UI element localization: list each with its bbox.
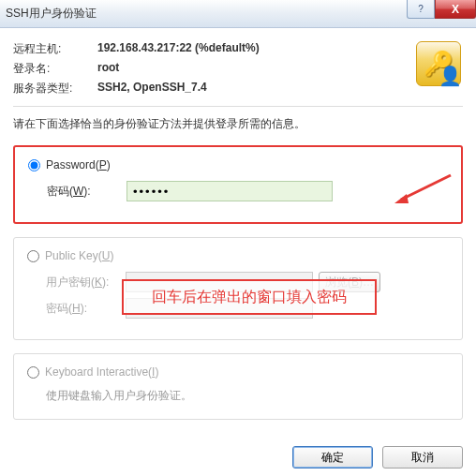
dialog-content: 远程主机:192.168.43.217:22 (%default%) 登录名:r… [0, 28, 476, 442]
separator [13, 106, 463, 107]
password-input[interactable] [126, 181, 333, 201]
pubkey-radio-label: Public Key(U) [45, 249, 113, 262]
instruction-text: 请在下面选择恰当的身份验证方法并提供登录所需的信息。 [13, 116, 463, 132]
host-value: 192.168.43.217:22 (%default%) [97, 41, 260, 57]
pubkey-pass-label: 密码(H): [46, 301, 126, 317]
login-value: root [97, 61, 119, 77]
key-icon: 🔑 [416, 41, 461, 86]
window-title: SSH用户身份验证 [6, 6, 470, 22]
title-bar: SSH用户身份验证 ? X [0, 0, 476, 28]
server-label: 服务器类型: [13, 81, 97, 97]
server-value: SSH2, OpenSSH_7.4 [97, 81, 207, 97]
password-radio[interactable] [28, 159, 40, 171]
dialog-footer: 确定 取消 [292, 446, 463, 469]
cancel-button[interactable]: 取消 [382, 446, 463, 469]
help-button[interactable]: ? [407, 0, 435, 19]
password-radio-label: Password(P) [46, 158, 111, 171]
host-label: 远程主机: [13, 41, 97, 57]
login-label: 登录名: [13, 61, 97, 77]
annotation-box: 回车后在弹出的窗口填入密码 [122, 279, 377, 315]
kbi-radio[interactable] [27, 366, 39, 379]
window-buttons: ? X [407, 0, 476, 19]
kbi-desc: 使用键盘输入用户身份验证。 [46, 388, 449, 404]
kbi-radio-label: Keyboard Interactive(I) [45, 365, 158, 379]
ok-button[interactable]: 确定 [292, 446, 373, 469]
pubkey-radio[interactable] [27, 250, 39, 262]
close-button[interactable]: X [435, 0, 476, 19]
arrow-annotation [390, 173, 455, 211]
userkey-label: 用户密钥(K): [46, 275, 126, 290]
password-field-label: 密码(W): [47, 184, 126, 200]
kbi-group: Keyboard Interactive(I) 使用键盘输入用户身份验证。 [13, 353, 463, 420]
